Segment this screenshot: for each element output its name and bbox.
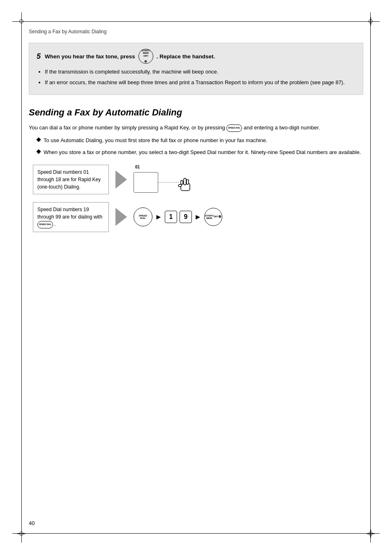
- diamond-bullets: To use Automatic Dialing, you must first…: [29, 136, 363, 157]
- diagram-row-2: Speed Dial numbers 19 through 99 are for…: [33, 202, 363, 232]
- rapid-key-box: [134, 172, 158, 193]
- diagram1-visual: [134, 170, 195, 195]
- seq-arrow-1: ►: [155, 213, 162, 221]
- num1-btn: 1: [165, 211, 177, 223]
- diamond-text-2: When you store a fax or phone number, yo…: [44, 148, 361, 157]
- hand-cursor-icon: [175, 174, 195, 195]
- page-number: 40: [29, 520, 35, 526]
- diagram-area: Speed Dial numbers 01 through 18 are for…: [33, 165, 363, 232]
- start-memory-button-icon: START/MEMORY⊕: [138, 49, 153, 64]
- intro-text-2: and entering a two-digit number.: [244, 124, 320, 131]
- border-left: [21, 12, 22, 543]
- border-top: [12, 21, 380, 22]
- step5-box: 5 When you hear the fax tone, press STAR…: [29, 43, 363, 95]
- diagram1-label-box: Speed Dial numbers 01 through 18 are for…: [33, 165, 109, 194]
- diagram2-label-suffix: .: [54, 221, 55, 227]
- border-bottom: [12, 533, 380, 534]
- diagram1-arrow: [115, 170, 127, 189]
- speed-dial-circle-btn: SPEEDDIAL: [134, 207, 152, 226]
- step5-bullet-1: If the transmission is completed success…: [45, 68, 355, 76]
- diamond-item-2: When you store a fax or phone number, yo…: [37, 148, 363, 157]
- diagram2-label-text: Speed Dial numbers 19 through 99 are for…: [37, 207, 102, 220]
- border-right: [370, 12, 371, 543]
- diamond-icon-2: [36, 150, 41, 154]
- svg-rect-3: [181, 180, 183, 184]
- step5-instruction-end: . Replace the handset.: [157, 53, 215, 60]
- step5-header: 5 When you hear the fax tone, press STAR…: [37, 49, 355, 64]
- section-title: Sending a Fax by Automatic Dialing: [29, 107, 363, 118]
- num9-btn: 9: [180, 211, 192, 223]
- step5-bullet-2: If an error occurs, the machine will bee…: [45, 78, 355, 87]
- section-intro: You can dial a fax or phone number by si…: [29, 124, 363, 132]
- num1-label: 1: [169, 213, 173, 221]
- speed-dial-icon-diagram2: SPEED DIAL: [37, 221, 53, 228]
- speed-dial-icon-inline: SPEED DIAL: [226, 124, 242, 132]
- step5-instruction-start: When you hear the fax tone, press: [45, 53, 135, 60]
- svg-rect-2: [187, 180, 189, 184]
- step5-number: 5: [37, 52, 41, 61]
- seq-arrow-2: ►: [194, 213, 202, 221]
- diagram-row-1: Speed Dial numbers 01 through 18 are for…: [33, 165, 363, 195]
- crosshair-bottom-right: [367, 530, 375, 538]
- diagram2-label-box: Speed Dial numbers 19 through 99 are for…: [33, 202, 109, 232]
- num9-label: 9: [184, 213, 187, 221]
- speed-dial-sequence: SPEEDDIAL ► 1 9 ► START/MEMORY⊕: [134, 207, 222, 226]
- diagram2-arrow: [115, 208, 127, 226]
- diagram1-key-number: 01: [135, 165, 140, 169]
- diamond-text-1: To use Automatic Dialing, you must first…: [44, 136, 267, 145]
- start-memory-seq-btn: START/MEMORY⊕: [204, 208, 222, 226]
- svg-rect-1: [184, 178, 186, 185]
- diamond-icon-1: [36, 137, 41, 142]
- intro-text-1: You can dial a fax or phone number by si…: [29, 124, 225, 131]
- diamond-item-1: To use Automatic Dialing, you must first…: [37, 136, 363, 145]
- breadcrumb: Sending a Fax by Automatic Dialing: [29, 29, 363, 35]
- step5-bullets: If the transmission is completed success…: [37, 68, 355, 86]
